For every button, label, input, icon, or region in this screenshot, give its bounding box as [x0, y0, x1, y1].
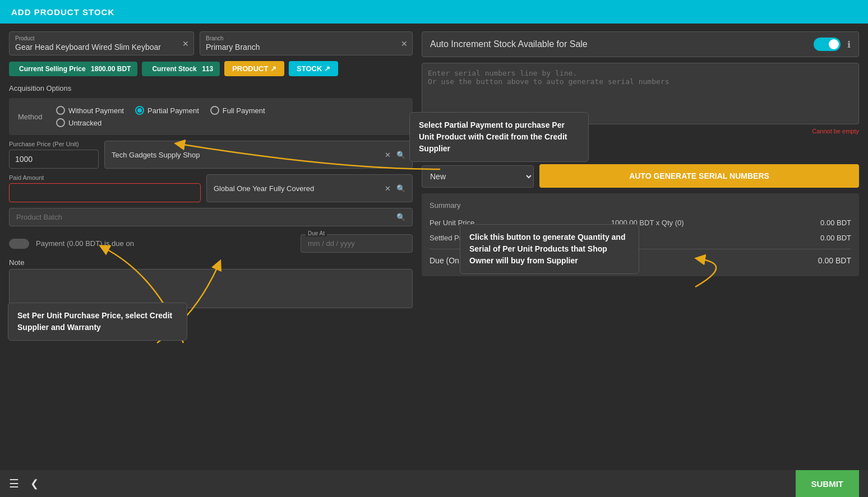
paid-amount-group: Paid Amount [9, 174, 201, 202]
warranty-icons: ✕ 🔍 [385, 184, 405, 193]
settled-amount: 0.00 BDT [820, 234, 851, 242]
due-date-field: Due At [301, 234, 413, 253]
product-button[interactable]: PRODUCT ↗ [224, 61, 284, 76]
without-payment-label: Without Payment [68, 106, 124, 115]
stock-button[interactable]: STOCK ↗ [289, 61, 338, 76]
auto-generate-tooltip: Click this button to generate Quantity a… [460, 224, 639, 274]
auto-generate-tooltip-text: Click this button to generate Quantity a… [469, 233, 625, 265]
back-icon[interactable]: ❮ [30, 477, 39, 490]
product-clear-button[interactable]: ✕ [182, 39, 189, 48]
product-label: Product [15, 35, 188, 41]
branch-field: Branch Primary Branch ✕ [200, 31, 413, 55]
bottom-bar: ☰ ❮ SUBMIT [0, 470, 868, 497]
paid-warranty-row: Paid Amount Global One Year Fully Covere… [9, 174, 413, 202]
batch-search-icon[interactable]: 🔍 [396, 213, 405, 221]
branch-label: Branch [206, 35, 407, 41]
product-batch-placeholder: Product Batch [16, 213, 62, 221]
auto-increment-label: Auto Increment Stock Available for Sale [430, 39, 588, 49]
partial-payment-label: Partial Payment [147, 106, 199, 115]
warranty-search-icon[interactable]: 🔍 [396, 184, 405, 193]
product-batch-field: Product Batch 🔍 [9, 208, 413, 226]
info-bar: Current Selling Price 1800.00 BDT Curren… [9, 61, 413, 76]
selling-price-label: Current Selling Price [19, 65, 86, 73]
summary-title: Summary [430, 201, 851, 210]
radio-row-1: Without Payment Partial Payment Full Pay… [56, 106, 265, 115]
auto-increment-row: Auto Increment Stock Available for Sale … [422, 31, 859, 57]
payment-due-text: Payment (0.00 BDT) is due on [36, 239, 134, 248]
supplier-search-icon[interactable]: 🔍 [396, 151, 405, 159]
supplier-clear-icon[interactable]: ✕ [385, 151, 391, 159]
payment-due-row: Payment (0.00 BDT) is due on Due At [9, 234, 413, 253]
auto-increment-toggle[interactable] [814, 38, 841, 51]
due-on-credit-amount: 0.00 BDT [818, 256, 851, 265]
method-label: Method [18, 113, 52, 121]
payment-due-toggle[interactable] [9, 239, 29, 249]
radio-circle-full-payment [210, 106, 219, 115]
condition-select[interactable]: New Used Refurbished [422, 165, 534, 188]
price-supplier-row: Purchase Price (Per Unit) Tech Gadgets S… [9, 141, 413, 169]
selling-price-value: 1800.00 BDT [91, 65, 131, 73]
due-date-input[interactable] [308, 239, 386, 248]
purchase-price-tooltip-text: Set Per Unit Purchase Price, select Cred… [17, 311, 172, 332]
partial-payment-tooltip: Select Partial Payment to purchase Per U… [409, 112, 589, 162]
radio-untracked[interactable]: Untracked [56, 118, 101, 127]
hamburger-icon[interactable]: ☰ [9, 477, 19, 490]
supplier-icons: ✕ 🔍 [385, 151, 405, 159]
submit-button[interactable]: SUBMIT [796, 470, 860, 497]
warranty-clear-icon[interactable]: ✕ [385, 184, 391, 193]
product-field: Product Gear Head Keyboard Wired Slim Ke… [9, 31, 194, 55]
product-branch-row: Product Gear Head Keyboard Wired Slim Ke… [9, 31, 413, 55]
selling-price-badge: Current Selling Price 1800.00 BDT [9, 62, 137, 76]
purchase-price-label: Purchase Price (Per Unit) [9, 141, 99, 147]
radio-without-payment[interactable]: Without Payment [56, 106, 124, 115]
radio-circle-without-payment [56, 106, 65, 115]
radio-options: Without Payment Partial Payment Full Pay… [56, 106, 265, 127]
radio-circle-untracked [56, 118, 65, 127]
full-payment-label: Full Payment [223, 106, 265, 115]
top-bar: ADD PRODUCT STOCK [0, 0, 868, 24]
purchase-price-group: Purchase Price (Per Unit) [9, 141, 99, 169]
radio-partial-payment[interactable]: Partial Payment [135, 106, 199, 115]
branch-clear-button[interactable]: ✕ [401, 39, 408, 48]
radio-circle-partial-payment [135, 106, 144, 115]
current-stock-badge: Current Stock 113 [142, 62, 220, 76]
purchase-price-input[interactable] [9, 150, 99, 169]
auto-generate-button[interactable]: AUTO GENERATE SERIAL NUMBERS [539, 164, 859, 188]
paid-amount-input[interactable] [9, 183, 201, 202]
current-stock-label: Current Stock [152, 65, 196, 73]
batch-icons: 🔍 [396, 213, 405, 221]
per-unit-amount: 0.00 BDT [820, 219, 851, 227]
warranty-value: Global One Year Fully Covered [214, 184, 314, 193]
radio-full-payment[interactable]: Full Payment [210, 106, 265, 115]
warranty-field: Global One Year Fully Covered ✕ 🔍 [206, 174, 413, 202]
page-title: ADD PRODUCT STOCK [11, 7, 114, 17]
info-icon[interactable]: ℹ [847, 39, 851, 50]
note-label: Note [9, 258, 413, 267]
acquisition-title: Acquisition Options [9, 84, 413, 92]
left-panel: Product Gear Head Keyboard Wired Slim Ke… [9, 31, 413, 462]
supplier-field: Tech Gadgets Supply Shop ✕ 🔍 [104, 141, 413, 169]
untracked-label: Untracked [68, 119, 101, 127]
bottom-left: ☰ ❮ [9, 477, 39, 490]
supplier-value: Tech Gadgets Supply Shop [112, 151, 200, 159]
branch-value: Primary Branch [206, 43, 407, 52]
method-row: Method Without Payment Partial Payment [18, 106, 404, 127]
paid-amount-label: Paid Amount [9, 174, 201, 181]
product-value: Gear Head Keyboard Wired Slim Keyboar [15, 43, 188, 52]
purchase-price-tooltip: Set Per Unit Purchase Price, select Cred… [8, 303, 187, 341]
due-at-label: Due At [306, 230, 327, 236]
acquisition-box: Method Without Payment Partial Payment [9, 98, 413, 135]
radio-row-2: Untracked [56, 118, 265, 127]
partial-payment-tooltip-text: Select Partial Payment to purchase Per U… [419, 120, 567, 153]
current-stock-value: 113 [202, 65, 213, 73]
